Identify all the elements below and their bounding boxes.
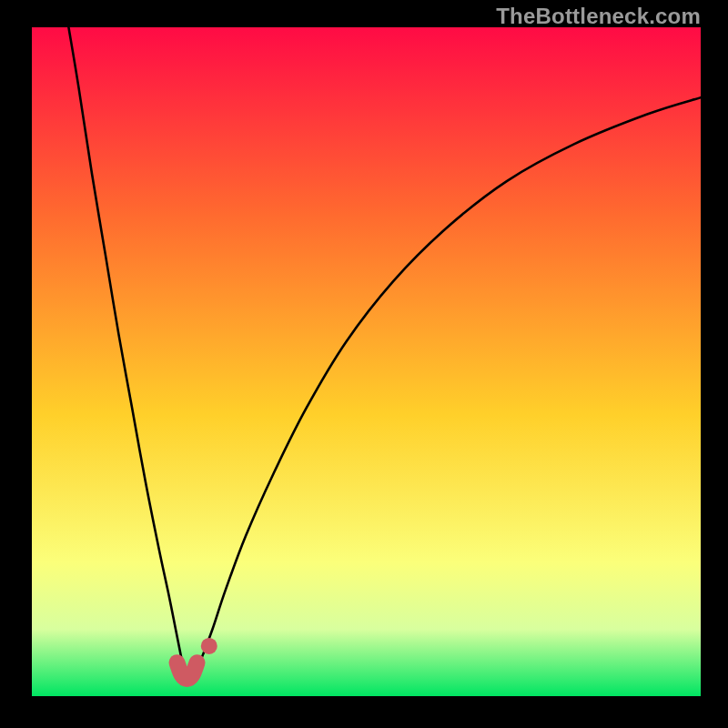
- attribution-label: TheBottleneck.com: [496, 4, 701, 29]
- plot-area: [32, 27, 701, 696]
- chart-svg: [32, 27, 701, 696]
- dot-marker: [201, 638, 217, 654]
- chart-frame: TheBottleneck.com: [0, 0, 728, 728]
- gradient-background: [32, 27, 701, 696]
